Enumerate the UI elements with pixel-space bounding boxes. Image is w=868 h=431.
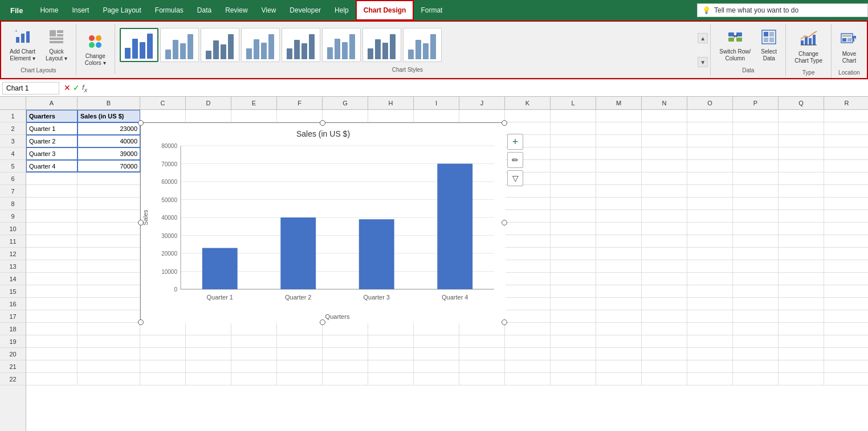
cell-B1[interactable]: Sales (in US $) (78, 110, 140, 122)
cell-Q14[interactable] (779, 273, 824, 285)
cell-B4[interactable]: 39000 (78, 147, 140, 160)
cell-P4[interactable] (733, 147, 779, 160)
cell-M16[interactable] (596, 298, 642, 310)
cell-N3[interactable] (642, 135, 687, 147)
cell-D21[interactable] (186, 360, 231, 373)
col-header-l[interactable]: L (551, 97, 596, 109)
col-header-g[interactable]: G (323, 97, 368, 109)
cell-E22[interactable] (231, 373, 277, 385)
cell-N15[interactable] (642, 285, 687, 298)
cell-A2[interactable]: Quarter 1 (26, 122, 78, 135)
cell-B19[interactable] (78, 335, 140, 348)
cell-O8[interactable] (687, 198, 733, 210)
chart-handle-3[interactable] (138, 220, 144, 225)
cell-F22[interactable] (277, 373, 323, 385)
scroll-down-button[interactable]: ▼ (698, 57, 708, 67)
cell-K8[interactable] (505, 198, 551, 210)
cell-R16[interactable] (824, 298, 868, 310)
cell-P17[interactable] (733, 310, 779, 323)
cell-P5[interactable] (733, 160, 779, 173)
cell-R10[interactable] (824, 223, 868, 235)
cell-R4[interactable] (824, 147, 868, 160)
cell-L19[interactable] (551, 335, 596, 348)
cell-K21[interactable] (505, 360, 551, 373)
cell-A17[interactable] (26, 310, 78, 323)
cell-D19[interactable] (186, 335, 231, 348)
chart-style-thumb-1[interactable] (120, 28, 158, 62)
cell-M6[interactable] (596, 173, 642, 185)
row-num-16[interactable]: 16 (0, 298, 26, 310)
cell-N6[interactable] (642, 173, 687, 185)
cell-R18[interactable] (824, 323, 868, 335)
cell-P16[interactable] (733, 298, 779, 310)
cell-L22[interactable] (551, 373, 596, 385)
cell-A7[interactable] (26, 185, 78, 198)
cell-P14[interactable] (733, 273, 779, 285)
cell-L8[interactable] (551, 198, 596, 210)
cell-P22[interactable] (733, 373, 779, 385)
cell-K19[interactable] (505, 335, 551, 348)
cell-P20[interactable] (733, 348, 779, 360)
cell-Q21[interactable] (779, 360, 824, 373)
cell-R17[interactable] (824, 310, 868, 323)
cell-L9[interactable] (551, 210, 596, 223)
row-num-11[interactable]: 11 (0, 235, 26, 248)
cell-R14[interactable] (824, 273, 868, 285)
cell-Q11[interactable] (779, 235, 824, 248)
row-num-9[interactable]: 9 (0, 210, 26, 223)
cell-E19[interactable] (231, 335, 277, 348)
cell-M15[interactable] (596, 285, 642, 298)
cell-Q3[interactable] (779, 135, 824, 147)
cell-P6[interactable] (733, 173, 779, 185)
cell-M20[interactable] (596, 348, 642, 360)
cell-O15[interactable] (687, 285, 733, 298)
cell-H22[interactable] (368, 373, 414, 385)
cell-O11[interactable] (687, 235, 733, 248)
cell-J1[interactable] (459, 110, 505, 122)
cell-N4[interactable] (642, 147, 687, 160)
cell-L12[interactable] (551, 248, 596, 260)
cell-Q7[interactable] (779, 185, 824, 198)
cell-N11[interactable] (642, 235, 687, 248)
cell-N20[interactable] (642, 348, 687, 360)
cell-O2[interactable] (687, 122, 733, 135)
cell-R8[interactable] (824, 198, 868, 210)
cell-R20[interactable] (824, 348, 868, 360)
cell-B18[interactable] (78, 323, 140, 335)
cell-O12[interactable] (687, 248, 733, 260)
chart-handle-7[interactable] (502, 319, 507, 325)
cell-M19[interactable] (596, 335, 642, 348)
cell-A13[interactable] (26, 260, 78, 273)
cell-P10[interactable] (733, 223, 779, 235)
col-header-p[interactable]: P (733, 97, 779, 109)
cell-F18[interactable] (277, 323, 323, 335)
cell-A20[interactable] (26, 348, 78, 360)
chart-handle-1[interactable] (320, 120, 325, 126)
cell-C22[interactable] (140, 373, 186, 385)
cell-R1[interactable] (824, 110, 868, 122)
cell-M7[interactable] (596, 185, 642, 198)
cell-K20[interactable] (505, 348, 551, 360)
cell-O10[interactable] (687, 223, 733, 235)
cell-M2[interactable] (596, 122, 642, 135)
cell-H20[interactable] (368, 348, 414, 360)
cell-B11[interactable] (78, 235, 140, 248)
cell-B6[interactable] (78, 173, 140, 185)
cell-O20[interactable] (687, 348, 733, 360)
cell-N9[interactable] (642, 210, 687, 223)
cell-P9[interactable] (733, 210, 779, 223)
cell-R2[interactable] (824, 122, 868, 135)
cell-O14[interactable] (687, 273, 733, 285)
cell-D20[interactable] (186, 348, 231, 360)
cell-G21[interactable] (323, 360, 368, 373)
cell-P7[interactable] (733, 185, 779, 198)
cell-K13[interactable] (505, 260, 551, 273)
cell-C19[interactable] (140, 335, 186, 348)
row-num-20[interactable]: 20 (0, 348, 26, 360)
row-num-12[interactable]: 12 (0, 248, 26, 260)
menu-format[interactable]: Format (414, 0, 449, 20)
cell-O17[interactable] (687, 310, 733, 323)
cell-J19[interactable] (459, 335, 505, 348)
cell-A9[interactable] (26, 210, 78, 223)
cell-L16[interactable] (551, 298, 596, 310)
